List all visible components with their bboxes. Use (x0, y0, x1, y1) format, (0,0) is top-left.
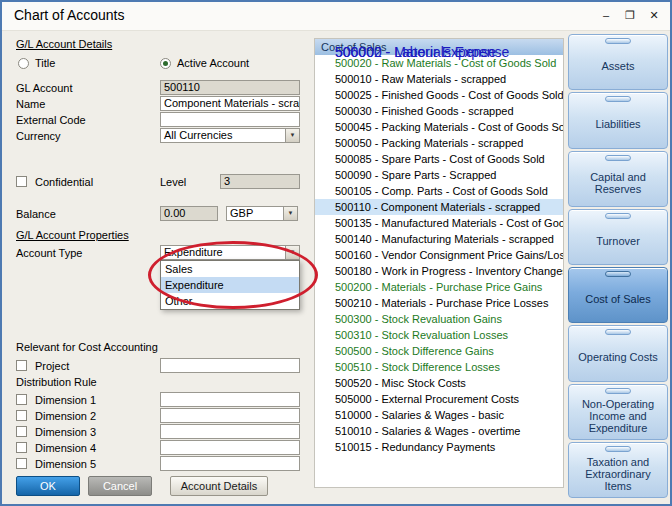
distribution-rule-label: Distribution Rule (16, 376, 97, 388)
balance-field[interactable]: 0.00 (160, 206, 218, 221)
dimension-checkbox[interactable] (16, 394, 27, 405)
drawer-cost-of-sales[interactable]: Cost of Sales (568, 267, 668, 323)
dimension-field[interactable] (160, 392, 300, 407)
account-row[interactable]: 500105 - Comp. Parts - Cost of Goods Sol… (315, 183, 563, 199)
account-type-dropdown[interactable]: Expenditure ▼ (160, 245, 300, 260)
ok-button[interactable]: OK (16, 476, 80, 496)
account-row[interactable]: 506000 - Labour Expense (327, 44, 496, 60)
cancel-button[interactable]: Cancel (88, 476, 152, 496)
account-type-options: SalesExpenditureOther (160, 260, 300, 310)
account-row[interactable]: 505000 - External Procurement Costs (315, 391, 563, 407)
account-type-label: Account Type (16, 247, 160, 259)
account-row[interactable]: 500210 - Materials - Purchase Price Loss… (315, 295, 563, 311)
minimize-icon[interactable]: – (598, 7, 614, 23)
drawer-handle-icon (605, 388, 631, 394)
close-icon[interactable]: ✕ (646, 7, 662, 23)
account-row[interactable]: 510015 - Redundancy Payments (315, 439, 563, 455)
balance-currency-value: GBP (227, 207, 283, 220)
accounts-list: 500002 - Materials Expense500020 - Raw M… (315, 55, 563, 455)
account-row[interactable]: 500520 - Misc Stock Costs (315, 375, 563, 391)
name-row: Name Component Materials - scrapp (16, 96, 300, 111)
dimension-row: Dimension 3 (16, 424, 300, 439)
confidential-level-row: Confidential Level 3 (16, 174, 300, 189)
account-row[interactable]: 510000 - Salaries & Wages - basic (315, 407, 563, 423)
radio-icon (18, 58, 29, 69)
account-row[interactable]: 510010 - Salaries & Wages - overtime (315, 423, 563, 439)
project-field[interactable] (160, 358, 300, 373)
account-type-option[interactable]: Other (161, 293, 299, 309)
drawer-label: Non-Operating Income and Expenditure (573, 398, 663, 434)
account-row[interactable]: 500500 - Stock Difference Gains (315, 343, 563, 359)
account-row[interactable]: 500050 - Packing Materials - scrapped (315, 135, 563, 151)
dimension-checkbox[interactable] (16, 410, 27, 421)
dimension-label: Dimension 4 (35, 442, 160, 454)
account-row[interactable]: 500300 - Stock Revaluation Gains (315, 311, 563, 327)
gl-account-field[interactable]: 500110 (160, 80, 300, 95)
external-code-row: External Code (16, 112, 300, 127)
account-row[interactable]: 500180 - Work in Progress - Inventory Ch… (315, 263, 563, 279)
titlebar: Chart of Accounts – ❐ ✕ (2, 2, 670, 31)
drawer-handle-icon (605, 271, 631, 277)
account-row[interactable]: 500200 - Materials - Purchase Price Gain… (315, 279, 563, 295)
account-row[interactable]: 500085 - Spare Parts - Cost of Goods Sol… (315, 151, 563, 167)
account-row[interactable]: 500045 - Packing Materials - Cost of Goo… (315, 119, 563, 135)
currency-value: All Currencies (161, 129, 285, 142)
chart-of-accounts-window: Chart of Accounts – ❐ ✕ G/L Account Deta… (0, 0, 672, 506)
dimension-field[interactable] (160, 440, 300, 455)
account-details-button[interactable]: Account Details (170, 476, 268, 496)
gl-account-properties-header: G/L Account Properties (16, 229, 129, 241)
drawer-operating-costs[interactable]: Operating Costs (568, 325, 668, 381)
drawer-label: Capital and Reserves (573, 171, 663, 195)
account-row[interactable]: 500160 - Vendor Consignment Price Gains/… (315, 247, 563, 263)
dimension-field[interactable] (160, 456, 300, 471)
dimension-checkbox[interactable] (16, 442, 27, 453)
radio-title[interactable]: Title (18, 57, 55, 69)
name-field[interactable]: Component Materials - scrapp (160, 96, 300, 111)
account-row[interactable]: 500110 - Component Materials - scrapped (315, 199, 563, 215)
drawer-non-operating-income-and-expenditure[interactable]: Non-Operating Income and Expenditure (568, 384, 668, 440)
dimension-field[interactable] (160, 424, 300, 439)
account-row[interactable]: 500310 - Stock Revaluation Losses (315, 327, 563, 343)
dimension-field[interactable] (160, 408, 300, 423)
account-type-option[interactable]: Expenditure (161, 277, 299, 293)
account-type-row: Account Type Expenditure ▼ (16, 245, 300, 260)
drawer-label: Liabilities (595, 118, 640, 130)
balance-label: Balance (16, 208, 160, 220)
balance-currency-dropdown[interactable]: GBP ▼ (226, 206, 298, 221)
level-field[interactable]: 3 (220, 174, 300, 189)
level-label: Level (160, 176, 220, 188)
dimension-row: Dimension 2 (16, 408, 300, 423)
dimension-checkbox[interactable] (16, 426, 27, 437)
drawer-turnover[interactable]: Turnover (568, 209, 668, 265)
drawer-assets[interactable]: Assets (568, 34, 668, 90)
drawer-label: Assets (601, 60, 634, 72)
account-row[interactable]: 500030 - Finished Goods - scrapped (315, 103, 563, 119)
dimension-row: Dimension 4 (16, 440, 300, 455)
project-row: Project (16, 358, 300, 373)
maximize-icon[interactable]: ❐ (622, 7, 638, 23)
project-label: Project (35, 360, 160, 372)
drawer-label: Turnover (596, 235, 640, 247)
account-row[interactable]: 500010 - Raw Materials - scrapped (315, 71, 563, 87)
currency-dropdown[interactable]: All Currencies ▼ (160, 128, 300, 143)
account-row[interactable]: 500510 - Stock Difference Losses (315, 359, 563, 375)
dimension-checkbox[interactable] (16, 458, 27, 469)
chevron-down-icon: ▼ (285, 129, 299, 142)
account-row[interactable]: 500025 - Finished Goods - Cost of Goods … (315, 87, 563, 103)
currency-label: Currency (16, 130, 160, 142)
account-row[interactable]: 500135 - Manufactured Materials - Cost o… (315, 215, 563, 231)
drawer-liabilities[interactable]: Liabilities (568, 92, 668, 148)
drawer-taxation-and-extraordinary-items[interactable]: Taxation and Extraordinary Items (568, 442, 668, 498)
confidential-checkbox[interactable] (16, 176, 27, 187)
gl-account-label: GL Account (16, 82, 160, 94)
radio-active-account[interactable]: Active Account (160, 57, 249, 69)
gl-account-row: GL Account 500110 (16, 80, 300, 95)
external-code-field[interactable] (160, 112, 300, 127)
account-row[interactable]: 500090 - Spare Parts - Scrapped (315, 167, 563, 183)
account-row[interactable]: 500140 - Manufacturing Materials - scrap… (315, 231, 563, 247)
drawer-handle-icon (605, 329, 631, 335)
account-type-option[interactable]: Sales (161, 261, 299, 277)
drawer-capital-and-reserves[interactable]: Capital and Reserves (568, 151, 668, 207)
drawer-handle-icon (605, 96, 631, 102)
project-checkbox[interactable] (16, 360, 27, 371)
